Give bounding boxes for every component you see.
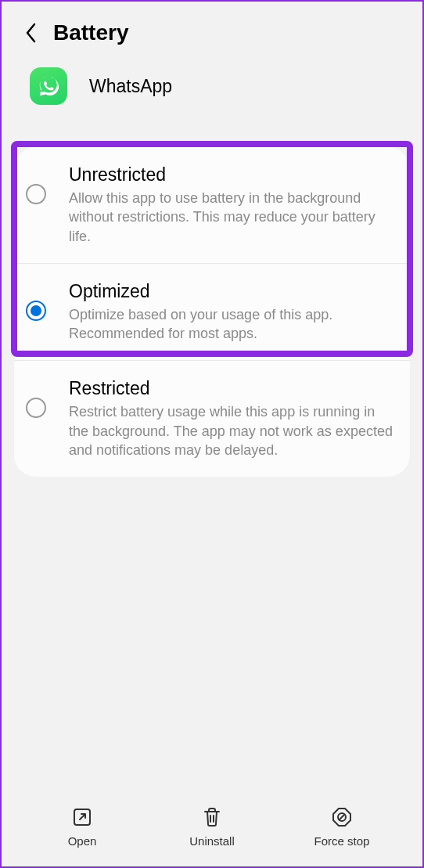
back-button[interactable] [23, 21, 38, 45]
option-text: Optimized Optimize based on your usage o… [63, 281, 393, 344]
option-text: Unrestricted Allow this app to use batte… [63, 164, 393, 246]
chevron-left-icon [25, 23, 36, 43]
radio-optimized[interactable] [23, 298, 49, 323]
option-restricted[interactable]: Restricted Restrict battery usage while … [14, 360, 410, 477]
bottom-bar: Open Uninstall Force stop [2, 794, 422, 866]
trash-icon [201, 806, 223, 828]
svg-line-3 [339, 814, 345, 820]
open-icon [71, 806, 93, 828]
force-stop-icon [331, 806, 353, 828]
option-title: Optimized [69, 281, 393, 302]
radio-unrestricted[interactable] [23, 182, 49, 207]
option-desc: Optimize based on your usage of this app… [69, 305, 393, 344]
battery-options-card: Unrestricted Allow this app to use batte… [14, 147, 410, 477]
app-name: WhatsApp [89, 76, 172, 97]
option-desc: Allow this app to use battery in the bac… [69, 189, 393, 246]
open-button[interactable]: Open [17, 806, 147, 848]
force-stop-label: Force stop [314, 834, 370, 848]
app-info-row: WhatsApp [2, 58, 422, 124]
force-stop-button[interactable]: Force stop [277, 806, 407, 848]
option-title: Unrestricted [69, 164, 393, 185]
uninstall-button[interactable]: Uninstall [147, 806, 277, 848]
header: Battery [2, 2, 422, 58]
radio-restricted[interactable] [23, 395, 49, 420]
option-desc: Restrict battery usage while this app is… [69, 402, 393, 459]
option-text: Restricted Restrict battery usage while … [63, 378, 393, 459]
open-label: Open [68, 834, 97, 848]
option-unrestricted[interactable]: Unrestricted Allow this app to use batte… [14, 147, 410, 263]
option-title: Restricted [69, 378, 393, 399]
whatsapp-icon [30, 67, 67, 105]
option-optimized[interactable]: Optimized Optimize based on your usage o… [14, 263, 410, 361]
uninstall-label: Uninstall [189, 834, 235, 848]
page-title: Battery [53, 20, 128, 45]
